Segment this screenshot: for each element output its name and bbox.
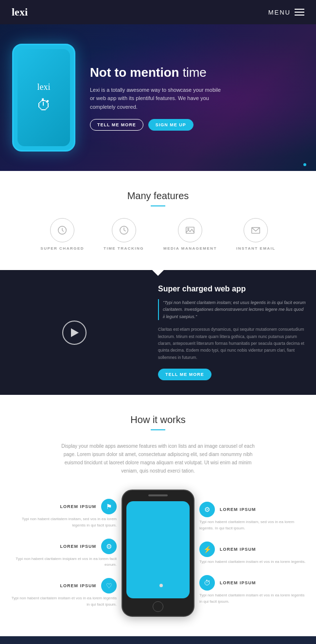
how-right-2-header: ⚡ LOREM IPSUM	[199, 542, 306, 557]
how-item-2-icon: ⚙	[101, 539, 117, 554]
hero-title-bold: Not to mention	[90, 65, 179, 80]
dot-2	[159, 584, 163, 587]
email-label: INSTANT EMAIL	[236, 246, 276, 251]
how-item-2-title: LOREM IPSUM	[60, 544, 96, 549]
how-item-2-text: Typi non habent claritatem insipiam et v…	[10, 556, 117, 569]
how-item-3-text: Typi non habent claritatem insitam et vo…	[10, 595, 117, 608]
how-item-2-header: LOREM IPSUM ⚙	[10, 539, 117, 554]
how-right-1-header: ⚙ LOREM IPSUM	[199, 502, 306, 517]
how-item-1-text: Typi non habent claritatem insitam, sed …	[10, 516, 117, 529]
how-section: How it works Display your mobile apps aw…	[0, 395, 316, 636]
features-title: Many features	[10, 190, 306, 202]
video-body: Claritas est etiam processus dynamicus, …	[158, 326, 306, 361]
features-icons-list: SUPER CHARGED TIME TRACKING MEDIA MANAGE…	[10, 218, 306, 251]
how-right-item-2: ⚡ LOREM IPSUM Typi non habent claritatem…	[199, 542, 306, 565]
hero-text-block: Not to mention time Lexi is a totally aw…	[90, 65, 226, 131]
phone-timer-icon: ⏱	[36, 97, 51, 114]
how-phone	[122, 490, 194, 617]
svg-point-5	[188, 228, 189, 230]
video-title: Super charged web app	[158, 285, 306, 293]
menu-button[interactable]: MENU	[268, 9, 304, 16]
how-left-item-1: LOREM IPSUM ⚑ Typi non habent claritatem…	[10, 499, 117, 529]
how-item-3-icon: ♡	[101, 578, 117, 593]
menu-label: MENU	[268, 9, 291, 16]
how-title: How it works	[10, 414, 306, 425]
how-left-items: LOREM IPSUM ⚑ Typi non habent claritatem…	[10, 499, 117, 608]
hero-content: lexi ⏱ Not to mention time Lexi is a tot…	[12, 44, 304, 152]
hero-subtitle: Lexi is a totally awesome way to showcas…	[90, 86, 226, 112]
how-right-1-title: LOREM IPSUM	[220, 507, 256, 512]
home-button[interactable]	[153, 601, 163, 612]
how-item-3-title: LOREM IPSUM	[60, 583, 96, 588]
hero-title: Not to mention time	[90, 65, 226, 81]
how-item-1-icon: ⚑	[101, 499, 117, 514]
play-button[interactable]	[62, 321, 87, 345]
media-label: MEDIA MANAGEMENT	[163, 246, 217, 251]
how-item-1-title: LOREM IPSUM	[60, 504, 96, 509]
phone-home-area	[126, 601, 190, 612]
how-right-2-text: Typi non habent claritatem insitam et vo…	[199, 559, 306, 565]
phone-screen	[126, 501, 190, 598]
supercharged-icon	[50, 218, 74, 242]
supercharged-label: SUPER CHARGED	[40, 246, 84, 251]
how-item-1-header: LOREM IPSUM ⚑	[10, 499, 117, 514]
screen-dots	[126, 501, 190, 587]
how-right-2-icon: ⚡	[199, 542, 215, 557]
phone-speaker	[148, 494, 168, 496]
how-left-item-2: LOREM IPSUM ⚙ Typi non habent claritatem…	[10, 539, 117, 569]
super-features-section: Super features What makes a great design…	[0, 636, 316, 644]
hamburger-icon	[295, 9, 304, 16]
video-tell-more-button[interactable]: TELL ME MORE	[158, 369, 211, 380]
dot-1	[153, 584, 157, 587]
how-right-3-title: LOREM IPSUM	[220, 580, 256, 585]
svg-line-3	[124, 230, 126, 231]
tell-me-more-button[interactable]: TELL ME MORE	[90, 119, 143, 131]
feature-media: MEDIA MANAGEMENT	[163, 218, 217, 251]
video-play-area	[0, 270, 148, 395]
media-icon	[178, 218, 202, 242]
timetracking-label: TIME TRACKING	[104, 246, 144, 251]
how-right-3-header: ⏱ LOREM IPSUM	[199, 575, 306, 591]
hero-section: lexi ⏱ Not to mention time Lexi is a tot…	[0, 24, 316, 171]
video-quote: "Typi non habent claritatem insitam; est…	[158, 299, 306, 320]
how-right-2-title: LOREM IPSUM	[220, 547, 256, 552]
timetracking-icon	[112, 218, 136, 242]
feature-email: INSTANT EMAIL	[236, 218, 276, 251]
how-right-1-icon: ⚙	[199, 502, 215, 517]
how-right-1-text: Typi non habent claritatem insitam, sed …	[199, 519, 306, 532]
how-right-item-3: ⏱ LOREM IPSUM Typi non habent claritatem…	[199, 575, 306, 605]
feature-timetracking: TIME TRACKING	[104, 218, 144, 251]
email-icon	[244, 218, 268, 242]
features-divider	[151, 205, 165, 206]
play-icon	[71, 328, 79, 337]
how-item-3-header: LOREM IPSUM ♡	[10, 578, 117, 593]
hero-title-light: time	[183, 65, 207, 80]
how-right-items: ⚙ LOREM IPSUM Typi non habent claritatem…	[199, 502, 306, 605]
logo: lexi	[12, 6, 28, 18]
sign-me-up-button[interactable]: SIGN ME UP	[148, 119, 193, 131]
hero-dot-indicator	[303, 163, 306, 166]
how-right-item-1: ⚙ LOREM IPSUM Typi non habent claritatem…	[199, 502, 306, 532]
header: lexi MENU	[0, 0, 316, 24]
hero-buttons: TELL ME MORE SIGN ME UP	[90, 119, 226, 131]
how-right-3-text: Typi non habent claritatem insitam et vo…	[199, 593, 306, 605]
phone-logo: lexi	[37, 82, 51, 92]
video-section: Super charged web app "Typi non habent c…	[0, 270, 316, 395]
feature-supercharged: SUPER CHARGED	[40, 218, 84, 251]
how-content: LOREM IPSUM ⚑ Typi non habent claritatem…	[10, 490, 306, 617]
how-right-3-icon: ⏱	[199, 575, 215, 591]
hero-phone: lexi ⏱	[12, 44, 75, 152]
video-text-block: Super charged web app "Typi non habent c…	[148, 270, 316, 395]
how-divider	[151, 429, 165, 430]
features-section: Many features SUPER CHARGED TIME TRACKIN…	[0, 171, 316, 270]
how-left-item-3: LOREM IPSUM ♡ Typi non habent claritatem…	[10, 578, 117, 608]
how-subtitle: Display your mobile apps awesome feature…	[56, 442, 260, 475]
